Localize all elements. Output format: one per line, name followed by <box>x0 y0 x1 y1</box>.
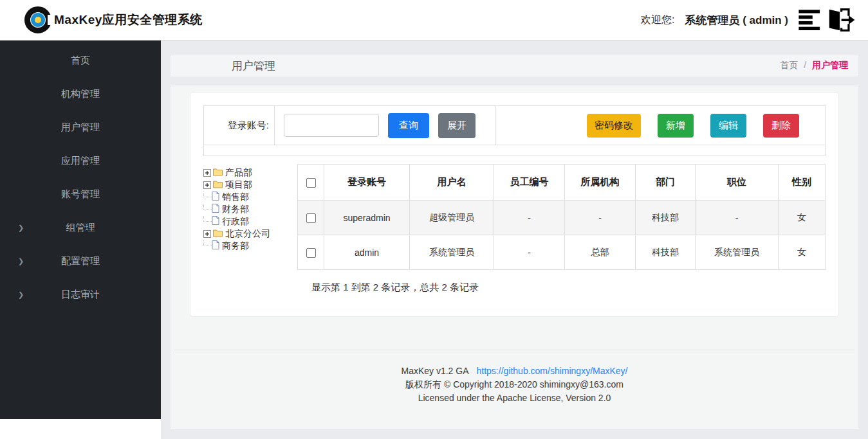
column-header: 部门 <box>636 165 696 201</box>
logout-icon[interactable] <box>827 8 855 32</box>
file-icon <box>212 240 219 251</box>
login-account-input[interactable] <box>284 114 379 137</box>
sidebar-item-audit-logs[interactable]: ❯日志审计 <box>0 278 161 311</box>
tree-connector <box>203 240 212 246</box>
page-footer: MaxKey v1.2 GAhttps://github.com/shiming… <box>171 364 858 405</box>
sidebar-item-applications[interactable]: 应用管理 <box>0 144 161 177</box>
change-password-button[interactable]: 密码修改 <box>587 114 641 138</box>
menu-list-icon[interactable] <box>799 9 822 31</box>
search-label: 登录账号: <box>204 106 275 145</box>
folder-icon <box>213 180 223 190</box>
tree-connector <box>203 204 212 210</box>
page-title: 用户管理 <box>232 58 275 73</box>
file-icon <box>212 192 219 202</box>
column-header: 职位 <box>696 165 779 201</box>
users-table-wrapper: 登录账号 用户名 员工编号 所属机构 部门 职位 性别 <box>297 164 826 270</box>
chevron-right-icon: ❯ <box>18 257 24 265</box>
column-header: 员工编号 <box>494 165 565 201</box>
users-table: 登录账号 用户名 员工编号 所属机构 部门 职位 性别 <box>297 164 826 270</box>
sidebar-item-groups[interactable]: ❯组管理 <box>0 211 161 244</box>
main-content: 用户管理 首页 / 用户管理 登录账号: 查询 展开 密码修改 新增 编辑 删 <box>161 40 868 439</box>
table-row[interactable]: superadmin 超级管理员 - - 科技部 - 女 <box>298 201 826 235</box>
folder-icon <box>213 229 223 239</box>
tree-node[interactable]: 项目部 <box>203 179 297 191</box>
tree-expand-icon[interactable] <box>203 230 211 238</box>
delete-button[interactable]: 删除 <box>763 114 799 138</box>
row-checkbox[interactable] <box>306 213 316 223</box>
file-icon <box>212 216 219 227</box>
welcome-label: 欢迎您: <box>641 13 674 27</box>
github-link[interactable]: https://github.com/shimingxy/MaxKey/ <box>477 366 628 376</box>
add-button[interactable]: 新增 <box>658 114 694 138</box>
breadcrumb-current: 用户管理 <box>812 60 848 70</box>
chevron-right-icon: ❯ <box>18 291 24 299</box>
folder-icon <box>213 168 223 178</box>
chevron-right-icon: ❯ <box>18 224 24 232</box>
breadcrumb-home-link[interactable]: 首页 <box>780 60 798 70</box>
sidebar-item-users[interactable]: 用户管理 <box>0 111 161 144</box>
query-button[interactable]: 查询 <box>388 113 429 138</box>
breadcrumb-separator: / <box>804 60 806 70</box>
current-user-label: 系统管理员 ( admin ) <box>685 13 788 28</box>
select-all-checkbox[interactable] <box>306 178 316 188</box>
expand-button[interactable]: 展开 <box>438 113 476 138</box>
column-header: 登录账号 <box>324 165 410 201</box>
tree-connector <box>203 192 212 197</box>
search-toolbar: 登录账号: 查询 展开 密码修改 新增 编辑 删除 <box>203 105 826 145</box>
footer-divider <box>174 350 854 350</box>
app-header: MaxKey应用安全管理系统 欢迎您: 系统管理员 ( admin ) <box>0 0 868 40</box>
department-tree: 产品部 项目部 销售部 财务部 <box>203 164 297 270</box>
tree-node[interactable]: 商务部 <box>203 240 297 252</box>
copyright-label: 版权所有 © Copyright 2018-2020 shimingxy@163… <box>171 378 858 391</box>
pagination-summary: 显示第 1 到第 2 条记录，总共 2 条记录 <box>311 282 826 294</box>
column-header: 性别 <box>779 165 826 201</box>
maxkey-logo-icon <box>24 6 51 33</box>
tree-node[interactable]: 财务部 <box>203 203 297 215</box>
tree-expand-icon[interactable] <box>203 169 211 177</box>
row-checkbox[interactable] <box>306 248 316 258</box>
page-title-bar: 用户管理 首页 / 用户管理 <box>171 55 858 76</box>
table-row[interactable]: admin 系统管理员 - 总部 科技部 系统管理员 女 <box>298 235 826 270</box>
edit-button[interactable]: 编辑 <box>710 114 746 138</box>
tree-connector <box>203 216 212 222</box>
sidebar-item-organizations[interactable]: 机构管理 <box>0 77 161 111</box>
tree-node[interactable]: 行政部 <box>203 215 297 228</box>
content-card: 登录账号: 查询 展开 密码修改 新增 编辑 删除 <box>171 85 858 429</box>
tree-node[interactable]: 北京分公司 <box>203 228 297 240</box>
select-all-cell <box>298 165 324 201</box>
sidebar-item-home[interactable]: 首页 <box>0 44 161 77</box>
license-label: Licensed under the Apache License, Versi… <box>171 391 858 405</box>
sidebar-item-configuration[interactable]: ❯配置管理 <box>0 244 161 278</box>
sidebar-nav: 首页 机构管理 用户管理 应用管理 账号管理 ❯组管理 ❯配置管理 ❯日志审计 <box>0 40 161 419</box>
toolbar-sub-row <box>203 145 826 156</box>
breadcrumb: 首页 / 用户管理 <box>780 60 848 71</box>
app-title: MaxKey应用安全管理系统 <box>54 12 203 28</box>
tree-expand-icon[interactable] <box>203 181 211 189</box>
file-icon <box>212 204 219 215</box>
tree-node[interactable]: 产品部 <box>203 166 297 179</box>
column-header: 用户名 <box>410 165 494 201</box>
user-management-panel: 登录账号: 查询 展开 密码修改 新增 编辑 删除 <box>190 92 839 317</box>
version-label: MaxKey v1.2 GA <box>401 366 468 376</box>
table-header-row: 登录账号 用户名 员工编号 所属机构 部门 职位 性别 <box>298 165 826 201</box>
tree-node[interactable]: 销售部 <box>203 191 297 203</box>
column-header: 所属机构 <box>565 165 636 201</box>
sidebar-item-accounts[interactable]: 账号管理 <box>0 177 161 211</box>
